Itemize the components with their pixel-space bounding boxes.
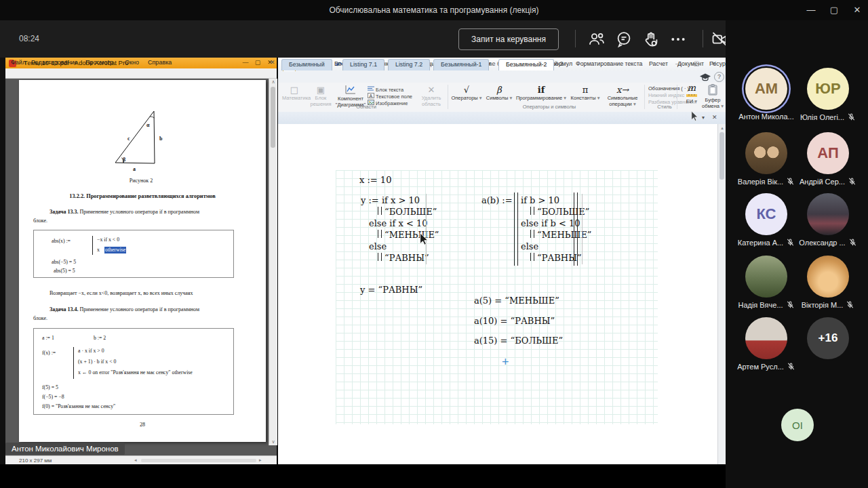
y-else-line[interactable]: else [369,241,387,251]
ribbon-solve-block-button[interactable]: ▣Блокрешения [308,85,334,107]
participant-avatar-photo[interactable] [807,193,849,235]
task1-text: Применение условного оператора if в прог… [78,209,199,215]
menu-view[interactable]: Просмотр [85,59,113,66]
ribbon-symbols-button[interactable]: βСимволы ▾ [484,85,514,101]
program-block-bar [574,192,578,266]
a-program-head[interactable]: a(b) := [481,195,513,205]
tab-calculation[interactable]: Расчет [644,59,673,69]
participant-avatar[interactable]: АП [807,132,849,174]
doc-tab-4[interactable]: Безымянный-1 [433,59,489,70]
menu-edit[interactable]: Редактирование [31,59,78,66]
worksheet[interactable]: x := 10 y := if x > 10 “БОЛЬШЕ” else if … [278,124,717,488]
ribbon-subscript-button[interactable]: Нижний индекс [648,92,684,98]
tab-list-dropdown-icon[interactable]: ▾ [702,115,705,121]
participant-avatar-photo[interactable] [745,317,787,359]
participant-label: Андрій Сер... [793,177,863,186]
task1-number: Задача 13.3. [50,209,78,215]
page-size-indicator: 210 x 297 мм [19,458,52,464]
participant-name: Антон Микола... [738,113,793,121]
task2-line2: блоке. [33,315,47,322]
raise-hand-icon[interactable] [642,30,660,49]
ribbon-constants-button[interactable]: πКонстанты ▾ [568,85,602,101]
acrobat-minimize-icon[interactable]: — [240,59,251,66]
menu-help[interactable]: Справка [148,59,172,66]
self-avatar[interactable]: ОІ [781,409,814,441]
chat-icon[interactable] [614,30,633,49]
overflow-participants-badge[interactable]: +16 [807,317,849,359]
ribbon-text-box-button[interactable]: A Текстовое поле [368,93,412,100]
string-bar [530,230,534,238]
ribbon-units-button[interactable]: m ЕИ ▾ [682,84,701,104]
task1-line1: Задача 13.3. Применение условного операт… [50,209,199,216]
doc-tab-2[interactable]: Listing 7.1 [342,59,384,70]
participant-name: Надія Вяче... [738,301,783,309]
menu-window[interactable]: Окно [125,59,139,66]
y-elseif-line[interactable]: else if x < 10 [369,218,427,228]
doc-close-icon[interactable]: ✕ [712,114,717,121]
tab-text-formatting[interactable]: Форматирование текста [571,59,648,69]
participant-avatar[interactable]: КС [745,193,787,235]
a-branch1-value[interactable]: “БОЛЬШЕ” [530,207,589,217]
y-program-head[interactable]: y := if x > 10 [361,195,420,205]
result-a5[interactable]: a(5) = “МЕНЬШЕ” [474,296,559,306]
note-text: Возвращает −x, если x<0, возвращает x, в… [50,290,193,297]
result-y[interactable]: y = “РАВНЫ” [360,285,422,295]
angle-alpha-label: α [146,122,149,129]
participant-avatar-photo[interactable] [745,256,787,298]
minimize-icon[interactable]: — [803,5,819,15]
hscroll-right-arrow[interactable]: ▸ [259,458,262,463]
maximize-icon[interactable]: ▢ [826,5,842,15]
participant-avatar[interactable]: АМ [745,68,787,110]
hscroll-left-arrow[interactable]: ◂ [134,458,137,463]
string-bar [378,207,382,215]
doc-tab-3[interactable]: Listing 7.2 [388,59,430,70]
y-branch2-value[interactable]: “МЕНЬШЕ” [378,230,439,240]
ribbon-math-button[interactable]: □Математика [282,85,307,101]
horizontal-scrollbar[interactable] [141,459,256,462]
meeting-timer: 08:24 [19,34,39,43]
definition-x[interactable]: x := 10 [359,175,391,185]
acrobat-statusbar: 210 x 297 мм ◂ ▸ [5,455,277,465]
text-box-icon: A [368,93,374,98]
acrobat-vertical-scrollbar[interactable]: ∧ ∨ [269,79,277,445]
mathcad-window: M ↶ ↷ PTC Mathcad Prime 6.0.0.0 - Безымя… [278,58,726,461]
ribbon-programming-button[interactable]: ifПрограммирование ▾ [515,85,567,101]
close-icon[interactable]: ✕ [849,5,865,15]
acrobat-menubar [5,68,277,79]
ribbon-delete-region-button[interactable]: ✕Удалитьобласть [418,85,445,107]
participants-icon[interactable] [587,30,606,49]
participant-avatar[interactable]: ЮР [807,68,849,110]
participant-name: Валерія Вік... [738,178,783,186]
ribbon-clipboard-button[interactable]: Буфер обмена ▾ [701,84,724,109]
acrobat-maximize-icon[interactable]: ▢ [252,59,263,66]
help-icon[interactable]: ? [714,72,724,82]
page-number: 28 [19,422,266,428]
ribbon-separator [448,85,448,109]
a-else-line[interactable]: else [521,241,538,251]
section-heading: 13.2.2. Программирование разветвляющихся… [19,193,266,200]
result-a15[interactable]: a(15) = “БОЛЬШЕ” [474,336,563,346]
tab-document[interactable]: Документ [673,59,709,69]
participant-avatar-photo[interactable] [745,132,787,174]
menu-file[interactable]: Файл [11,59,26,66]
region-border [426,194,427,264]
result-a10[interactable]: a(10) = “РАВНЫ” [474,316,555,326]
muted-mic-icon [846,300,854,309]
learning-center-icon[interactable] [700,72,711,84]
y-branch1-value[interactable]: “БОЛЬШЕ” [378,207,437,217]
muted-mic-icon [848,238,857,247]
a-elseif-line[interactable]: else if b < 10 [521,218,580,228]
avatar-initials: АМ [755,80,778,98]
request-control-button[interactable]: Запит на керування [458,28,559,50]
participant-avatar-photo[interactable] [807,256,849,298]
ribbon-operators-button[interactable]: √Операторы ▾ [450,85,483,101]
a-if-line[interactable]: if b > 10 [521,195,559,205]
fx-branch1: a · x if x > 0 [78,348,104,354]
y-branch3-value[interactable]: “РАВНЫ” [378,253,429,263]
more-options-icon[interactable] [669,30,688,49]
ribbon-text-block-button[interactable]: Блок текста [368,86,403,93]
group-label-style: Стиль [631,104,698,110]
doc-tab-5-active[interactable]: Безымянный-2 [498,59,554,70]
document-close-icon[interactable]: ✕ [270,59,275,66]
doc-tab-1[interactable]: Безымянный [281,59,332,70]
